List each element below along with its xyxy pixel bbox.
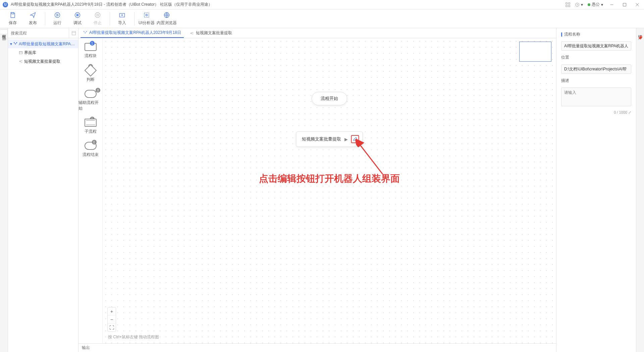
canvas-hint: 按 Ctrl+鼠标左键 拖动流程图 [108,334,159,340]
annotation-text: 点击编辑按钮打开机器人组装界面 [259,172,400,185]
palette-subflow[interactable]: 0子流程 [85,119,97,134]
svg-rect-10 [12,13,14,14]
svg-point-13 [95,13,100,18]
tab-subflow[interactable]: 短视频文案批量提取 [187,28,235,38]
svg-rect-1 [569,2,570,4]
node-palette: 1流程块 0判断 0辅助流程开始 0子流程 0流程结束 [78,38,103,343]
svg-rect-14 [97,14,99,16]
sidebar: ▾ AI帮批量提取短视频文案RPA机器... 界面库 短视频文案批量提取 [8,28,78,352]
svg-rect-19 [72,31,75,35]
properties-panel: 流程名称 位置 描述 0 / 1000 ⤢ [556,28,636,352]
minimize-button[interactable] [608,1,616,9]
user-menu[interactable]: 愚公▾ [588,2,603,7]
prop-loc-input[interactable] [561,64,631,74]
close-button[interactable] [633,1,641,9]
svg-rect-24 [19,51,22,54]
palette-end[interactable]: 0流程结束 [83,142,99,158]
left-tab-flow[interactable]: 流程 [0,30,8,34]
node-start[interactable]: 流程开始 [312,92,347,105]
zoom-fit-button[interactable]: ⛶ [108,324,116,332]
svg-point-11 [55,13,60,18]
right-strip: 详情 📌 [636,28,644,352]
svg-text:?: ? [577,3,578,6]
command-icon[interactable]: ⌘ [2,37,6,42]
palette-block[interactable]: 1流程块 [85,43,97,59]
prop-desc-input[interactable] [561,87,631,106]
tree-root[interactable]: ▾ AI帮批量提取短视频文案RPA机器... [8,40,78,48]
ui-analyzer-button[interactable]: UI分析器 [137,9,157,28]
minimap[interactable] [519,42,551,62]
svg-rect-3 [569,5,570,6]
apps-icon[interactable] [566,2,570,7]
editor-tabs: AI帮批量提取短视频文案RPA机器人2023年9月18日 短视频文案批量提取 [78,28,556,38]
pin-icon[interactable]: 📌 [638,36,643,40]
svg-point-27 [85,32,86,33]
window-title: AI帮批量提取短视频文案RPA机器人2023年9月18日 - 流程创造者（UiB… [11,2,212,7]
prop-name-input[interactable] [561,41,631,51]
zoom-controls: + − ⛶ [107,307,116,332]
maximize-button[interactable] [621,1,629,9]
svg-point-26 [84,31,84,32]
app-logo-icon: U [3,2,8,7]
zoom-in-button[interactable]: + [108,307,116,315]
left-strip: 流程 ⌘ [0,28,8,352]
tree-ui-lib[interactable]: 界面库 [8,48,78,57]
stop-button: 停止 [88,9,108,28]
svg-rect-2 [566,5,567,6]
help-icon[interactable]: ?▾ [575,2,583,7]
tree-subflow-item[interactable]: 短视频文案批量提取 [8,57,78,66]
svg-rect-16 [144,13,149,17]
output-panel-header[interactable]: 输出 [78,343,556,352]
zoom-out-button[interactable]: − [108,315,116,324]
svg-point-12 [75,13,80,18]
flow-canvas[interactable]: 流程开始 短视频文案批量提取 ▶ 点击编辑按钮打开机器人组装界面 + − ⛶ 按… [103,38,556,343]
search-config-icon[interactable] [69,28,78,38]
titlebar: U AI帮批量提取短视频文案RPA机器人2023年9月18日 - 流程创造者（U… [0,0,644,9]
debug-button[interactable]: 调试 [67,9,88,28]
prop-desc-header: 描述 [561,78,631,83]
right-tab-details[interactable]: 详情 [637,30,644,34]
svg-point-28 [86,31,87,32]
palette-decision[interactable]: 0判断 [86,66,95,82]
prop-loc-header: 位置 [561,55,631,60]
main-toolbar: 保存 发布 运行 调试 停止 导入 UI分析器 内置浏览器 [0,9,644,28]
svg-rect-0 [566,2,567,4]
publish-button[interactable]: 发布 [23,9,43,28]
palette-aux-start[interactable]: 0辅助流程开始 [78,90,102,111]
run-button[interactable]: 运行 [47,9,67,28]
svg-rect-7 [623,3,626,6]
svg-point-17 [146,14,148,16]
save-button[interactable]: 保存 [3,9,23,28]
desc-counter: 0 / 1000 ⤢ [561,110,631,115]
import-button[interactable]: 导入 [112,9,132,28]
search-input[interactable] [8,28,69,38]
browser-button[interactable]: 内置浏览器 [157,9,177,28]
prop-name-header: 流程名称 [561,32,631,37]
tab-main-flow[interactable]: AI帮批量提取短视频文案RPA机器人2023年9月18日 [80,28,184,38]
